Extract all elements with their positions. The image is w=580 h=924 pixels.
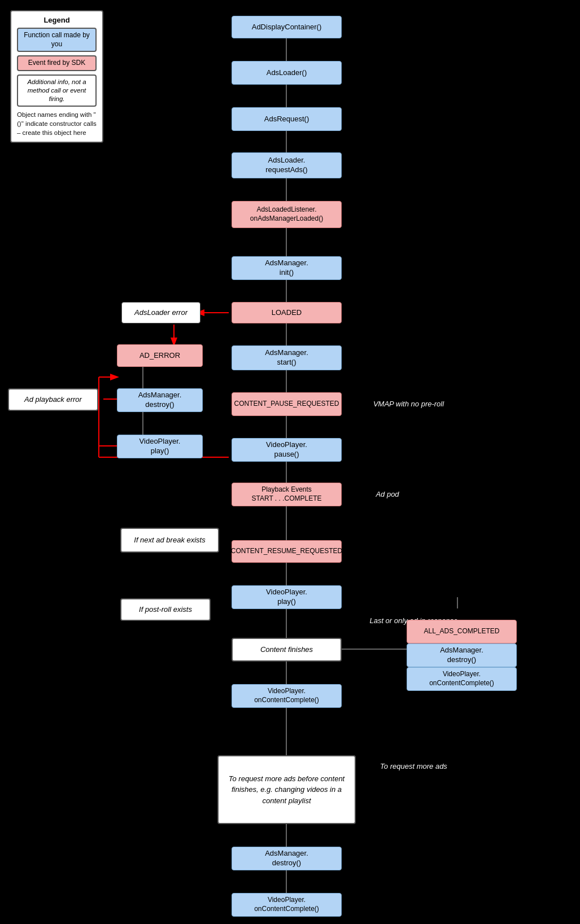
ads-request-box: AdsRequest(): [232, 107, 342, 131]
diagram-container: Legend Function call made by you Event f…: [0, 0, 580, 924]
video-player-on-content-complete2-box: VideoPlayer. onContentComplete(): [407, 667, 517, 691]
playback-events-box: Playback Events START . . .COMPLETE: [232, 483, 342, 506]
video-player-pause-box: VideoPlayer. pause(): [232, 438, 342, 462]
ads-manager-destroy1-box: AdsManager. destroy(): [117, 388, 203, 412]
vmap-no-pre-roll-box: VMAP with no pre-roll: [359, 392, 458, 416]
video-player-on-content-complete3-box: VideoPlayer. onContentComplete(): [232, 893, 342, 917]
to-request-more-ads-box: To request more ads before content finis…: [217, 755, 356, 824]
ads-manager-init-box: AdsManager. init(): [232, 256, 342, 280]
legend-note: Object names ending with "()" indicate c…: [17, 110, 97, 137]
video-player-on-content-complete1-box: VideoPlayer. onContentComplete(): [232, 684, 342, 708]
legend: Legend Function call made by you Event f…: [10, 10, 103, 143]
ads-loader-error-box: AdsLoader error: [121, 302, 200, 323]
legend-title: Legend: [17, 16, 97, 24]
ads-manager-start-box: AdsManager. start(): [232, 345, 342, 370]
ads-loader-request-ads-box: AdsLoader. requestAds(): [232, 152, 342, 178]
if-next-ad-break-box: If next ad break exists: [120, 528, 219, 553]
content-finishes-box: Content finishes: [232, 638, 342, 662]
if-post-roll-exists-box: If post-roll exists: [120, 598, 211, 621]
ads-manager-destroy2-box: AdsManager. destroy(): [407, 643, 517, 667]
legend-event-fired: Event fired by SDK: [17, 55, 97, 71]
all-ads-completed-box: ALL_ADS_COMPLETED: [407, 620, 517, 643]
video-player-play2-box: VideoPlayer. play(): [232, 585, 342, 609]
ads-manager-destroy3-box: AdsManager. destroy(): [232, 847, 342, 870]
legend-function-call: Function call made by you: [17, 28, 97, 52]
content-resume-requested-box: CONTENT_RESUME_REQUESTED: [232, 540, 342, 563]
legend-additional-info: Additional info, not a method call or ev…: [17, 75, 97, 107]
to-request-more-ads-label: To request more ads: [359, 755, 469, 778]
content-pause-requested-box: CONTENT_PAUSE_REQUESTED: [232, 392, 342, 416]
ad-error-box: AD_ERROR: [117, 344, 203, 367]
ad-pod-box: Ad pod: [359, 483, 416, 506]
ads-loader-box: AdsLoader(): [232, 61, 342, 85]
ads-loaded-listener-box: AdsLoadedListener. onAdsManagerLoaded(): [232, 201, 342, 228]
loaded-box: LOADED: [232, 302, 342, 323]
video-player-play1-box: VideoPlayer. play(): [117, 435, 203, 458]
ad-playback-error-box: Ad playback error: [8, 388, 98, 411]
ad-display-container-box: AdDisplayContainer(): [232, 16, 342, 38]
